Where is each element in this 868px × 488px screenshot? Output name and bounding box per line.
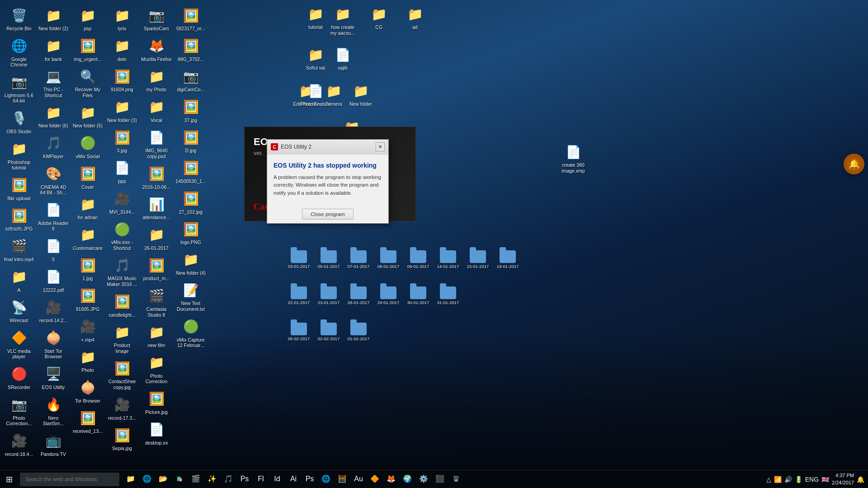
desktop-icon-new-folder-2[interactable]: 📁 New folder (2) [36,4,71,34]
right-icon-cg[interactable]: 📁 CG [362,2,396,33]
right-icon-sajib[interactable]: 📄 sajib [326,43,360,74]
date-folder-01-02-2017[interactable]: 01-02-2017 [344,321,373,343]
desktop-icon-12222-pdf[interactable]: 📄 12222.pdf [36,265,71,296]
right-icon-ad[interactable]: 📁 ad [398,2,432,33]
desktop-icon-vmix-shortcut[interactable]: 🟢 vMix.exe - Shortcut [105,217,139,253]
desktop-icon-new-folder-5[interactable]: 📁 New folder (5) [71,101,105,131]
desktop-icon-flikr-upload[interactable]: 🖼️ flikr upload [2,174,36,204]
desktop-icon-s-file[interactable]: 📄 S [36,235,71,265]
taskbar-volume-icon[interactable]: 🔊 [784,476,792,483]
taskbar-premiere[interactable]: 🎬 [188,471,203,488]
desktop-icon-djpg[interactable]: 🖼️ D.jpg [174,126,208,156]
desktop-icon-new-folder-4[interactable]: 📁 New folder (4) [174,248,208,279]
taskbar-encore[interactable]: 🎵 [221,471,236,488]
desktop-icon-record-18[interactable]: 🎥 record-18.4... [2,429,36,460]
desktop-icon-customer-care[interactable]: 📁 Customarcare [71,223,105,254]
desktop-icon-tor-browser[interactable]: 🧅 Tor Browser [71,376,105,407]
desktop-icon-new-text[interactable]: 📝 New Text Document.txt [174,278,208,314]
desktop-icon-sparkocam[interactable]: 📷 SparkoCam [139,4,174,34]
desktop-icon-my-photo[interactable]: 📁 my Photo [139,65,174,95]
date-folder-09-01-2017[interactable]: 09-01-2017 [404,249,432,271]
desktop-icon-cover[interactable]: 🖼️ Cover [71,162,105,193]
taskbar-file-explorer[interactable]: 📁 [123,471,138,488]
desktop-icon-obs-studio[interactable]: 🎙️ OBS Studio [2,107,36,137]
desktop-icon-final-intro[interactable]: 🎬 final intro.mp4 [2,235,36,265]
date-folder-03-01-2017[interactable]: 03-01-2017 [285,249,313,271]
desktop-icon-folder-a[interactable]: 📁 A [2,265,36,296]
desktop-icon-vlc[interactable]: 🔶 VLC media player [2,326,36,362]
desktop-icon-for-bank[interactable]: 📁 for bank [36,34,71,65]
desktop-icon-for-adnan[interactable]: 📁 for adnan [71,192,105,223]
taskbar-network-icon[interactable]: 📶 [774,476,782,483]
taskbar-obs[interactable]: ⬛ [432,471,448,488]
desktop-icon-magix[interactable]: 🎵 MAGIX Music Maker 2016 ... [105,253,139,290]
desktop-icon-vmix-social[interactable]: 🟢 vMix Social [71,131,105,162]
taskbar-after-effects[interactable]: ✨ [204,471,220,488]
desktop-icon-digicam[interactable]: 📷 digiCamCo... [174,65,208,95]
desktop-icon-lightroom[interactable]: 📷 Lightroom 5.6 64-bit [2,70,36,107]
desktop-icon-contactsheet[interactable]: 🖼️ ContactShee copy.jpg [105,357,139,393]
desktop-icon-recover-my-files[interactable]: 🔍 Recover My Files [71,65,105,101]
desktop-icon-desktop-ini[interactable]: 📄 desktop.ini [139,418,174,449]
taskbar-lang-icon[interactable]: ENG [805,476,819,483]
taskbar-calc[interactable]: 🧮 [335,471,350,488]
desktop-icon-photoshop-tutorial[interactable]: 📁 Photoshop tutorial [2,137,36,174]
desktop-icon-91605jpg[interactable]: 🖼️ 91605.JPG [71,284,105,315]
taskbar-vlc[interactable]: 🔶 [367,471,382,488]
start-button[interactable]: ⊞ [0,470,18,488]
taskbar-store[interactable]: 🛍️ [172,471,187,488]
desktop-icon-pandora[interactable]: 📺 Pandora TV [36,429,71,460]
taskbar-lightroom[interactable]: Ps [302,471,317,488]
search-input[interactable] [20,473,119,486]
desktop-icon-szfcszfc-jpg[interactable]: 🖼️ szfcszfc.JPG [2,204,36,235]
desktop-icon-product-m[interactable]: 🖼️ product_m... [139,253,174,284]
dialog-close-button[interactable]: ✕ [376,142,385,151]
desktop-icon-2016-10[interactable]: 🖼️ 2016-10-06... [139,162,174,193]
taskbar-flash[interactable]: Fl [253,471,269,488]
date-folder-23-01-2017[interactable]: 23-01-2017 [315,285,343,307]
desktop-icon-37jpg[interactable]: 🖼️ 37.jpg [174,95,208,126]
desktop-icon-delo[interactable]: 📁 delo [105,34,139,65]
desktop-icon-5823177[interactable]: 🖼️ 5823177_or... [174,4,208,34]
taskbar-audition[interactable]: Au [351,471,366,488]
date-folder-31-01-2017[interactable]: 31-01-2017 [434,285,462,307]
taskbar-firefox[interactable]: 🦊 [383,471,399,488]
desktop-icon-photo-correction[interactable]: 📷 Photo Correction... [2,393,36,429]
desktop-icon-vocal[interactable]: 📁 Vocal [139,95,174,126]
date-folder-07-01-2017[interactable]: 07-01-2017 [344,249,373,271]
right-icon-create-360[interactable]: 📄 create 360 image.xmp [556,140,590,176]
taskbar-internet[interactable]: 🌍 [400,471,415,488]
desktop-icon-nero[interactable]: 🔥 Nero StartSm... [36,393,71,429]
desktop-icon-picture-jpg[interactable]: 🖼️ Picture.jpg [139,387,174,418]
desktop-icon-img-3702[interactable]: 🖼️ IMG_3702... [174,34,208,65]
desktop-icon-record-14[interactable]: 🎥 record-14.2... [36,296,71,326]
desktop-icon-camtasia[interactable]: 🎬 Camtasia Studio 8 [139,284,174,320]
taskbar-photoshop[interactable]: Ps [237,471,252,488]
taskbar-monitor[interactable]: 🖥️ [448,471,464,488]
desktop-icon-ppp[interactable]: 📄 ppp [105,156,139,187]
desktop-icon-photo[interactable]: 📁 Photo [71,345,105,376]
desktop-icon-start-tor[interactable]: 🧅 Start Tor Browser [36,326,71,362]
desktop-icon-sepia[interactable]: 🖼️ Sepia.jpg [105,423,139,454]
desktop-icon-new-film[interactable]: 📁 new film [139,320,174,351]
taskbar-battery-icon[interactable]: 🔋 [795,476,802,483]
taskbar-folder[interactable]: 📂 [156,471,171,488]
desktop-icon-vmix-capture[interactable]: 🟢 vMix Capture 12 Februar... [174,315,208,351]
desktop-icon-kmplayer[interactable]: 🎵 KMPlayer [36,131,71,162]
desktop-icon-3jpg[interactable]: 🖼️ 3.jpg [105,126,139,156]
date-folder-08-01-2017[interactable]: 08-01-2017 [374,249,402,271]
date-folder-28-01-2017[interactable]: 28-01-2017 [344,285,373,307]
right-icon-how-create[interactable]: 📁 how create my aacou... [326,2,360,38]
taskbar-clock[interactable]: 4:37 PM 2/24/2017 [832,472,854,486]
date-folder-02-02-2017[interactable]: 02-02-2017 [315,321,343,343]
desktop-icon-cinema4d[interactable]: 🎨 CINEMA 4D 64 Bit - Sh... [36,162,71,198]
desktop-icon-this-pc[interactable]: 💻 This PC - Shortcut [36,65,71,101]
taskbar-ime-icon[interactable]: 🇬🇧 [821,476,829,483]
desktop-icon-mp4-file[interactable]: 🎥 +.mp4 [71,315,105,346]
date-folder-05-01-2017[interactable]: 05-01-2017 [315,249,343,271]
desktop-icon-photo-correction2[interactable]: 📁 Photo Correction [139,351,174,387]
date-folder-14-01-2017[interactable]: 14-01-2017 [434,249,462,271]
date-folder-22-01-2017[interactable]: 22-01-2017 [285,285,313,307]
desktop-icon-psp[interactable]: 📁 psp [71,4,105,34]
desktop-icon-recycle-bin[interactable]: 🗑️ Recycle Bin [2,4,36,34]
